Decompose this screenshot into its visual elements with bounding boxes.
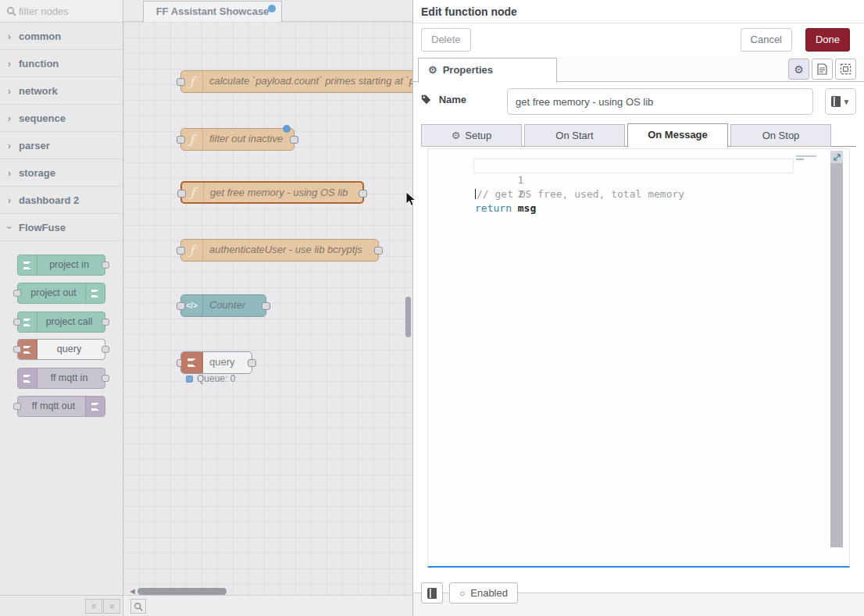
- h-scrollbar-thumb[interactable]: [137, 588, 227, 595]
- node-port[interactable]: [13, 290, 21, 297]
- edit-dialog: Edit function node Delete Cancel Done ⚙P…: [412, 0, 864, 616]
- search-flows-button[interactable]: [130, 599, 146, 614]
- node-calculate-primes[interactable]: ƒ calculate `payload.count` primes start…: [180, 70, 412, 93]
- palette-category-network[interactable]: ›network: [0, 77, 123, 105]
- workspace-tabbar: FF Assistant Showcase: [123, 0, 412, 22]
- node-label: query: [209, 352, 245, 372]
- node-label: filter out inactive: [209, 129, 287, 149]
- node-port[interactable]: [13, 319, 21, 326]
- node-port[interactable]: [374, 247, 383, 255]
- enabled-toggle-button[interactable]: ○Enabled: [449, 582, 518, 604]
- expand-all-button[interactable]: »: [103, 599, 120, 614]
- search-icon: [134, 602, 143, 611]
- palette-category-function[interactable]: ›function: [0, 50, 123, 77]
- name-input[interactable]: [507, 88, 813, 115]
- node-query[interactable]: query: [180, 351, 252, 374]
- flow-tab[interactable]: FF Assistant Showcase: [143, 1, 282, 22]
- palette-node-query[interactable]: query: [17, 339, 105, 360]
- palette-search-input[interactable]: [19, 0, 120, 22]
- palette-category-parser[interactable]: ›parser: [0, 132, 123, 159]
- node-filter-out-inactive[interactable]: ƒ filter out inactive: [180, 128, 295, 151]
- palette-search: [0, 0, 123, 23]
- flow-modified-dot: [268, 5, 276, 12]
- code-keyword: return: [475, 202, 512, 214]
- search-icon: [6, 6, 16, 16]
- library-button-footer[interactable]: [421, 582, 443, 604]
- collapse-all-button[interactable]: «: [85, 599, 102, 614]
- palette-category-dashboard2[interactable]: ›dashboard 2: [0, 187, 123, 214]
- node-port[interactable]: [102, 262, 109, 269]
- palette-node-label: project in: [18, 255, 105, 275]
- dialog-title: Edit function node: [413, 0, 864, 23]
- library-button[interactable]: ▼: [825, 88, 856, 115]
- dialog-tabstrip: ⚙Properties ⚙: [413, 56, 864, 82]
- palette-category-common[interactable]: ›common: [0, 23, 123, 50]
- name-label-text: Name: [439, 94, 466, 105]
- chevron-right-icon: ›: [0, 77, 19, 105]
- gear-icon: ⚙: [428, 64, 437, 76]
- palette-flowfuse-section: project in project out project call quer…: [0, 241, 123, 422]
- node-authenticate-user[interactable]: ƒ authenticateUser - use lib bcryptjs: [180, 239, 379, 262]
- delete-button[interactable]: Delete: [421, 28, 471, 52]
- node-counter[interactable]: </> Counter: [180, 294, 266, 317]
- appearance-button[interactable]: [835, 59, 856, 80]
- node-label: calculate `payload.count` primes startin…: [209, 71, 412, 91]
- node-port[interactable]: [290, 136, 298, 144]
- tab-on-stop[interactable]: On Stop: [730, 124, 831, 147]
- done-button[interactable]: Done: [805, 28, 850, 52]
- palette-node-ff-mqtt-out[interactable]: ff mqtt out: [17, 396, 105, 417]
- tab-label: On Start: [555, 130, 593, 141]
- palette-category-storage[interactable]: ›storage: [0, 159, 123, 187]
- flow-canvas: FF Assistant Showcase ƒ calculate `paylo…: [123, 0, 412, 616]
- chevron-right-icon: ›: [0, 187, 19, 214]
- function-tabs: ⚙Setup On Start On Message On Stop: [421, 123, 856, 147]
- tab-on-message[interactable]: On Message: [627, 123, 728, 148]
- node-get-free-memory[interactable]: ƒ get free memory - using OS lib: [180, 181, 364, 204]
- node-label: get free memory - using OS lib: [210, 183, 356, 203]
- tab-on-start[interactable]: On Start: [524, 124, 625, 147]
- category-label: network: [19, 85, 58, 97]
- tab-label: On Stop: [762, 130, 800, 141]
- palette-node-project-call[interactable]: project call: [17, 312, 105, 333]
- expand-editor-button[interactable]: [830, 151, 843, 163]
- palette-node-ff-mqtt-in[interactable]: ff mqtt in: [17, 368, 105, 389]
- node-port[interactable]: [248, 359, 256, 367]
- palette-node-project-in[interactable]: project in: [17, 255, 105, 276]
- tab-setup[interactable]: ⚙Setup: [421, 124, 522, 147]
- palette-category-flowfuse[interactable]: ›FlowFuse: [0, 214, 123, 241]
- v-scrollbar-thumb[interactable]: [405, 297, 411, 337]
- code-text: msg: [512, 202, 536, 214]
- palette-category-sequence[interactable]: ›sequence: [0, 105, 123, 132]
- node-port[interactable]: [13, 346, 21, 353]
- node-port[interactable]: [13, 403, 21, 410]
- enabled-label: Enabled: [470, 587, 508, 599]
- node-status: Queue: 0: [186, 373, 235, 384]
- description-button[interactable]: [812, 59, 833, 80]
- gear-icon: ⚙: [794, 63, 804, 76]
- function-icon: ƒ: [181, 240, 203, 261]
- editor-scrollbar[interactable]: [830, 151, 843, 547]
- node-red-app: ›common ›function ›network ›sequence ›pa…: [0, 0, 864, 616]
- function-icon: ƒ: [181, 129, 203, 150]
- line-number: 2: [489, 187, 523, 201]
- name-row: Name ▼: [421, 88, 856, 115]
- tag-icon: [421, 94, 431, 105]
- edit-properties-button[interactable]: ⚙: [788, 59, 809, 80]
- expand-icon: [833, 153, 841, 162]
- chevron-right-icon: ›: [0, 105, 19, 132]
- node-label: Counter: [209, 295, 259, 315]
- code-editor[interactable]: 1 // get OS free, used, total memory 2 r…: [427, 148, 850, 568]
- cancel-button[interactable]: Cancel: [741, 28, 792, 52]
- category-label: function: [19, 58, 59, 69]
- node-port[interactable]: [102, 375, 109, 382]
- tab-properties[interactable]: ⚙Properties: [418, 58, 557, 83]
- palette-node-label: ff mqtt out: [18, 397, 105, 416]
- palette-node-project-out[interactable]: project out: [17, 283, 105, 304]
- node-port[interactable]: [102, 346, 109, 353]
- node-port[interactable]: [359, 190, 367, 198]
- function-icon: ƒ: [181, 71, 203, 92]
- chevron-right-icon: ›: [0, 23, 19, 50]
- canvas-grid[interactable]: ƒ calculate `payload.count` primes start…: [123, 22, 412, 595]
- node-port[interactable]: [102, 319, 109, 326]
- node-port[interactable]: [262, 302, 270, 310]
